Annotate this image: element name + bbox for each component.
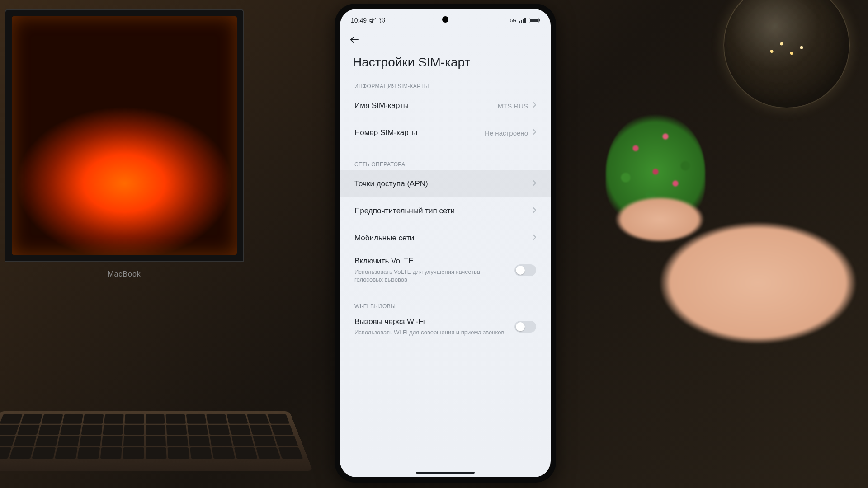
svg-rect-2 (519, 21, 520, 23)
toggle-wifi-calling[interactable] (514, 321, 536, 333)
row-sim-name[interactable]: Имя SIM-карты MTS RUS (353, 92, 538, 119)
chevron-right-icon (533, 234, 536, 242)
page-title: Настройки SIM-карт (340, 48, 551, 78)
fireplace-video (12, 16, 237, 255)
svg-rect-8 (539, 19, 540, 22)
svg-line-0 (370, 18, 376, 23)
chevron-right-icon (533, 102, 536, 110)
svg-rect-3 (521, 20, 522, 23)
network-type-label: 5G (510, 18, 516, 23)
row-label: Мобильные сети (354, 233, 528, 244)
phone-frame: 10:49 5G На (335, 4, 556, 483)
row-enable-volte[interactable]: Включить VoLTE Использовать VoLTE для ул… (353, 252, 538, 288)
battery-icon (529, 18, 540, 23)
section-header-sim-info: ИНФОРМАЦИЯ SIM-КАРТЫ (353, 78, 538, 92)
row-label: Предпочтительный тип сети (354, 206, 528, 216)
laptop-keyboard (0, 411, 313, 471)
row-preferred-network-type[interactable]: Предпочтительный тип сети (353, 197, 538, 225)
svg-rect-7 (530, 19, 538, 22)
row-sim-number[interactable]: Номер SIM-карты Не настроено (353, 119, 538, 146)
row-value: Не настроено (485, 129, 528, 137)
human-hand (579, 154, 868, 389)
back-button[interactable] (349, 33, 362, 46)
divider (354, 293, 536, 293)
arrow-left-icon (349, 34, 360, 45)
laptop-brand-text: MacBook (0, 270, 249, 278)
svg-rect-5 (524, 18, 526, 23)
row-mobile-networks[interactable]: Мобильные сети (353, 225, 538, 252)
camera-notch (442, 16, 448, 23)
row-wifi-calling[interactable]: Вызовы через Wi-Fi Использовать Wi-Fi дл… (353, 312, 538, 341)
nav-header (340, 27, 551, 48)
row-value: MTS RUS (498, 102, 528, 110)
row-label: Имя SIM-карты (354, 101, 493, 111)
phone-screen: 10:49 5G На (340, 9, 551, 477)
status-time: 10:49 (351, 17, 367, 24)
row-apn[interactable]: Точки доступа (APN) (340, 170, 551, 197)
laptop-screen (5, 9, 244, 262)
alarm-icon (379, 17, 386, 24)
row-sublabel: Использовать VoLTE для улучшения качеств… (354, 268, 510, 284)
home-indicator[interactable] (416, 472, 475, 474)
row-label: Точки доступа (APN) (354, 179, 528, 189)
chevron-right-icon (533, 207, 536, 215)
background-lightbulb (723, 0, 850, 108)
signal-bars-icon (519, 18, 526, 23)
sound-muted-icon (369, 17, 376, 24)
background-laptop: MacBook (0, 9, 249, 371)
divider (354, 151, 536, 151)
section-header-carrier-net: СЕТЬ ОПЕРАТОРА (353, 156, 538, 170)
row-label: Номер SIM-карты (354, 128, 480, 138)
chevron-right-icon (533, 129, 536, 137)
section-header-wifi-calls: WI-FI ВЫЗОВЫ (353, 298, 538, 312)
svg-rect-4 (523, 19, 524, 23)
toggle-volte[interactable] (514, 264, 536, 276)
row-label: Включить VoLTE (354, 256, 510, 267)
row-sublabel: Использовать Wi-Fi для совершения и прие… (354, 328, 510, 337)
chevron-right-icon (533, 180, 536, 188)
row-label: Вызовы через Wi-Fi (354, 317, 510, 327)
